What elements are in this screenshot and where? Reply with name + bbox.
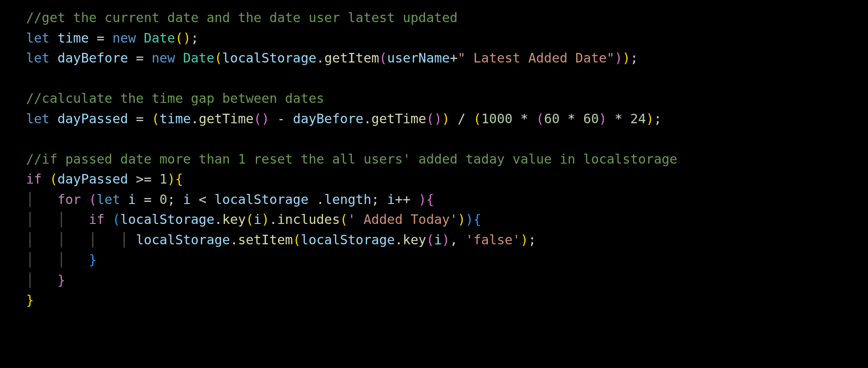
indent-guide: │ │ [26,252,89,267]
identifier: localStorage [301,232,395,247]
comment-line: //get the current date and the date user… [26,10,457,25]
keyword-let: let [26,111,50,126]
comment-line: //if passed date more than 1 reset the a… [26,151,677,167]
brace-close: } [89,252,97,267]
indent-guide: │ [26,192,57,207]
string-literal: 'false' [466,232,520,247]
paren-open: ( [175,30,183,46]
code-editor-content[interactable]: //get the current date and the date user… [0,0,868,311]
identifier: i [128,192,136,207]
identifier: i [387,192,395,207]
keyword-let: let [26,30,50,46]
paren-close: ) [615,50,623,66]
identifier: dayBefore [293,111,364,126]
function-call: setItem [238,232,293,247]
number-literal: 60 [544,111,560,126]
number-literal: 1 [159,171,167,187]
number-literal: 1000 [481,111,513,126]
indent-guide: │ │ [26,212,89,227]
comment-line: //calculate the time gap between dates [26,91,324,106]
paren-close: ) [623,50,630,66]
paren-close: ) [520,232,528,247]
keyword-if: if [26,171,42,187]
paren-open: ( [340,212,348,227]
number-literal: 24 [630,111,646,126]
identifier: userName [387,50,450,66]
string-literal: ' Added Today' [348,212,458,227]
paren-open: ( [426,232,434,247]
paren-open: ( [50,171,57,187]
paren-close: ) [262,111,269,126]
number-literal: 60 [583,111,599,126]
function-call: key [403,232,426,247]
identifier: i [434,232,442,247]
brace-open: { [175,171,183,187]
variable: time [57,30,89,46]
paren-close: ) [183,30,191,46]
brace-close: } [26,292,34,308]
function-call: getItem [324,50,379,66]
identifier: i [254,212,262,227]
paren-close: ) [457,212,465,227]
identifier: localStorage [215,192,309,207]
identifier: localStorage [120,212,215,227]
brace-open: { [474,212,481,227]
identifier: i [183,192,191,207]
keyword-new: new [113,30,136,46]
paren-open: ( [536,111,544,126]
function-call: key [222,212,246,227]
identifier: time [159,111,191,126]
property: length [324,192,371,207]
paren-close: ) [442,232,450,247]
class-name: Date [144,30,175,46]
paren-open: ( [113,212,120,227]
class-name: Date [183,50,214,66]
identifier: dayPassed [57,171,128,187]
paren-open: ( [152,111,159,126]
function-call: getTime [371,111,426,126]
paren-close: ) [646,111,654,126]
indent-guide: │ │ │ │ [26,232,136,247]
variable: dayPassed [57,111,128,126]
paren-open: ( [293,232,301,247]
variable: dayBefore [57,50,128,66]
paren-open: ( [89,192,97,207]
keyword-let: let [97,192,120,207]
brace-close: } [57,273,65,288]
keyword-new: new [152,50,175,66]
paren-close: ) [167,171,175,187]
paren-open: ( [215,50,222,66]
identifier: localStorage [222,50,317,66]
paren-open: ( [474,111,481,126]
paren-close: ) [599,111,607,126]
paren-open: ( [246,212,254,227]
paren-close: ) [466,212,474,227]
paren-open: ( [254,111,262,126]
function-call: getTime [199,111,253,126]
paren-open: ( [379,50,387,66]
keyword-if: if [89,212,105,227]
string-literal: " Latest Added Date" [457,50,614,66]
paren-close: ) [442,111,450,126]
brace-open: { [426,192,434,207]
identifier: localStorage [136,232,230,247]
paren-close: ) [262,212,269,227]
paren-open: ( [426,111,434,126]
paren-close: ) [418,192,426,207]
function-call: includes [277,212,340,227]
indent-guide: │ [26,273,57,288]
paren-close: ) [434,111,442,126]
number-literal: 0 [159,192,167,207]
keyword-let: let [26,50,50,66]
keyword-for: for [57,192,81,207]
